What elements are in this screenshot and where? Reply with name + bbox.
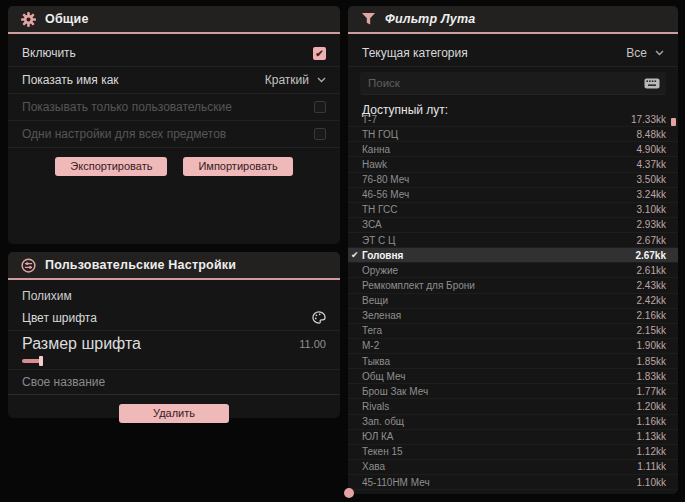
setting-row-name-mode: Показать имя как Краткий bbox=[8, 67, 340, 94]
loot-filter-panel: Фильтр Лута Текущая категория Все Поиск bbox=[348, 6, 678, 494]
name-mode-dropdown[interactable]: Краткий bbox=[265, 73, 326, 87]
list-item[interactable]: ЭТ С Ц2.67kk bbox=[348, 233, 678, 248]
list-item[interactable]: Канна4.90kk bbox=[348, 142, 678, 157]
item-value: 4.37kk bbox=[637, 159, 666, 170]
list-item[interactable]: Rivals1.20kk bbox=[348, 399, 678, 414]
list-item[interactable]: 45-110НМ Меч1.10kk bbox=[348, 475, 678, 490]
custom-name-input[interactable]: Свое название bbox=[8, 370, 340, 395]
list-item[interactable]: Текен 151.12kk bbox=[348, 445, 678, 460]
palette-icon[interactable] bbox=[312, 311, 326, 324]
enable-label: Включить bbox=[22, 46, 76, 60]
loot-filter-panel-header: Фильтр Лута bbox=[348, 6, 678, 34]
list-item[interactable]: 46-56 Меч3.24kk bbox=[348, 188, 678, 203]
item-value: 2.43kk bbox=[637, 280, 666, 291]
user-gear-icon bbox=[21, 258, 36, 273]
item-name: ЮЛ КА bbox=[362, 431, 394, 442]
same-settings-checkbox[interactable] bbox=[314, 128, 326, 140]
item-value: 1.11kk bbox=[637, 461, 666, 472]
import-export-row: Экспортировать Импортировать bbox=[8, 157, 340, 176]
item-value: 8.48kk bbox=[637, 129, 666, 140]
chevron-down-icon bbox=[655, 50, 664, 56]
item-name: Головня bbox=[362, 250, 403, 261]
slider-thumb[interactable] bbox=[39, 356, 43, 366]
font-size-row: Размер шрифта 11.00 bbox=[8, 331, 340, 370]
delete-button[interactable]: Удалить bbox=[119, 404, 229, 423]
list-item[interactable]: 76-80 Меч3.50kk bbox=[348, 173, 678, 188]
item-value: 3.24kk bbox=[637, 189, 666, 200]
item-name: Текен 15 bbox=[362, 446, 403, 457]
list-item[interactable]: ЮЛ КА1.13kk bbox=[348, 430, 678, 445]
list-item[interactable]: Хава1.11kk bbox=[348, 460, 678, 475]
item-name: Оружие bbox=[362, 265, 398, 276]
list-item[interactable]: Зеленая2.16kk bbox=[348, 309, 678, 324]
item-value: 2.15kk bbox=[637, 325, 666, 336]
category-label: Текущая категория bbox=[362, 46, 468, 60]
item-value: 3.10kk bbox=[637, 204, 666, 215]
font-size-value: 11.00 bbox=[299, 338, 326, 350]
list-item[interactable]: ✔Головня2.67kk bbox=[348, 248, 678, 263]
user-settings-panel-header: Пользовательские Настройки bbox=[8, 252, 340, 280]
item-name: Хава bbox=[362, 461, 385, 472]
search-input[interactable]: Поиск bbox=[360, 72, 666, 95]
item-name: ЗСА bbox=[362, 219, 382, 230]
item-value: 2.16kk bbox=[637, 310, 666, 321]
list-item[interactable]: ТН ГСС3.10kk bbox=[348, 203, 678, 218]
search-placeholder: Поиск bbox=[368, 77, 400, 89]
list-item[interactable]: ТН ГОЦ8.48kk bbox=[348, 127, 678, 142]
accent-dot bbox=[344, 488, 354, 498]
category-dropdown[interactable]: Все bbox=[626, 46, 664, 60]
item-value: 1.10kk bbox=[637, 477, 666, 488]
item-value: 17.33kk bbox=[631, 114, 666, 125]
delete-row: Удалить bbox=[8, 404, 340, 423]
list-item[interactable]: Тыква1.85kk bbox=[348, 354, 678, 369]
item-name: ЭТ С Ц bbox=[362, 235, 395, 246]
import-button[interactable]: Импортировать bbox=[183, 157, 292, 176]
enable-checkbox[interactable]: ✔ bbox=[313, 47, 326, 60]
general-panel: Общие Включить ✔ Показать имя как Кратки… bbox=[8, 6, 340, 244]
list-item[interactable]: Зап. общ1.16kk bbox=[348, 415, 678, 430]
item-value: 2.42kk bbox=[637, 295, 666, 306]
scrollbar-thumb[interactable] bbox=[671, 118, 676, 126]
setting-row-enable: Включить ✔ bbox=[8, 40, 340, 67]
selected-item-name: Полихим bbox=[8, 280, 340, 305]
font-size-label: Размер шрифта bbox=[22, 335, 141, 353]
list-item[interactable]: Оружие2.61kk bbox=[348, 263, 678, 278]
list-item[interactable]: Тега2.15kk bbox=[348, 324, 678, 339]
panel-title-user-settings: Пользовательские Настройки bbox=[45, 258, 236, 272]
list-item[interactable]: Общ Меч1.83kk bbox=[348, 369, 678, 384]
list-item[interactable]: ЗСА2.93kk bbox=[348, 218, 678, 233]
item-value: 2.93kk bbox=[637, 219, 666, 230]
item-name: Rivals bbox=[362, 401, 389, 412]
list-item[interactable]: М-21.90kk bbox=[348, 339, 678, 354]
list-item[interactable]: Брош Зак Меч1.77kk bbox=[348, 384, 678, 399]
panel-title-loot-filter: Фильтр Лута bbox=[385, 12, 475, 26]
user-only-label: Показывать только пользовательские bbox=[22, 100, 232, 114]
list-item[interactable]: Т-717.33kk bbox=[348, 112, 678, 127]
user-only-checkbox[interactable] bbox=[314, 101, 326, 113]
item-name: ТН ГСС bbox=[362, 204, 398, 215]
item-value: 1.90kk bbox=[637, 340, 666, 351]
item-name: ТН ГОЦ bbox=[362, 129, 398, 140]
item-name: М-2 bbox=[362, 340, 379, 351]
same-settings-label: Одни настройки для всех предметов bbox=[22, 127, 226, 141]
loot-list: Т-717.33kkТН ГОЦ8.48kkКанна4.90kkHawk4.3… bbox=[348, 112, 678, 490]
font-size-slider[interactable] bbox=[22, 356, 326, 366]
item-name: Канна bbox=[362, 144, 390, 155]
name-mode-value: Краткий bbox=[265, 73, 309, 87]
item-name: Hawk bbox=[362, 159, 387, 170]
item-name: Т-7 bbox=[362, 114, 377, 125]
export-button[interactable]: Экспортировать bbox=[55, 157, 167, 176]
item-value: 2.61kk bbox=[637, 265, 666, 276]
item-value: 1.12kk bbox=[637, 446, 666, 457]
list-item[interactable]: Ремкомплект для Брони2.43kk bbox=[348, 278, 678, 293]
item-name: Зап. общ bbox=[362, 416, 404, 427]
item-value: 1.85kk bbox=[637, 356, 666, 367]
list-item[interactable]: Вещи2.42kk bbox=[348, 294, 678, 309]
item-name: Брош Зак Меч bbox=[362, 386, 428, 397]
keyboard-icon[interactable] bbox=[644, 78, 660, 89]
name-mode-label: Показать имя как bbox=[22, 73, 119, 87]
item-value: 1.13kk bbox=[637, 431, 666, 442]
item-value: 2.67kk bbox=[635, 250, 666, 261]
list-item[interactable]: Hawk4.37kk bbox=[348, 157, 678, 172]
item-value: 1.77kk bbox=[637, 386, 666, 397]
